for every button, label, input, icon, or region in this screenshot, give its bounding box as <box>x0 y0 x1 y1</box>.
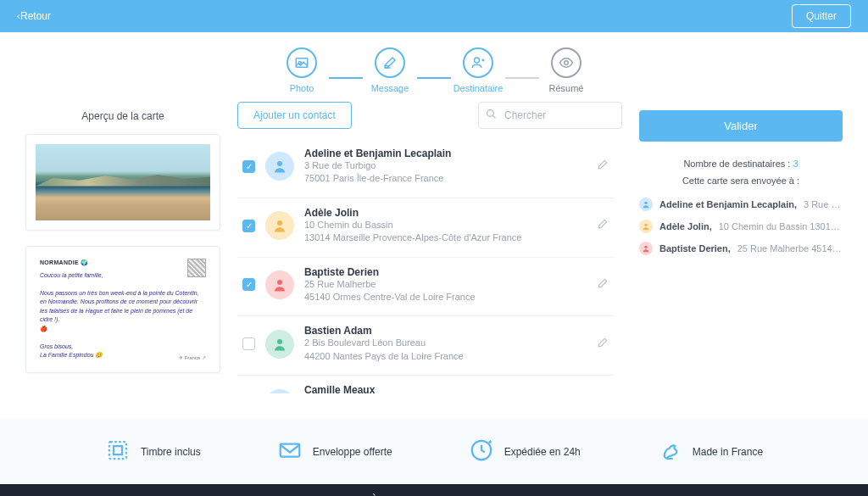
svg-point-3 <box>565 61 569 65</box>
benefits-bar: Timbre inclus Enveloppe offerte Expédiée… <box>0 419 868 484</box>
edit-icon[interactable] <box>597 277 609 293</box>
contact-name: Camille Meaux <box>304 384 587 393</box>
card-back-preview[interactable]: NORMANDIE 🌍 Coucou la petite famille, No… <box>25 246 220 373</box>
contact-avatar <box>265 152 294 181</box>
contacts-panel: Ajouter un contact ✓ Adeline et Benjamin… <box>237 102 622 393</box>
recipient-list: Adeline et Benjamin Lecaplain, 3 Rue de … <box>639 198 843 255</box>
validate-button[interactable]: Valider <box>639 110 843 142</box>
preview-panel: Aperçu de la carte NORMANDIE 🌍 Coucou la… <box>25 102 220 393</box>
svg-point-10 <box>644 202 647 204</box>
quit-button[interactable]: Quitter <box>792 4 851 28</box>
benefit-stamp: Timbre inclus <box>105 437 201 465</box>
contact-row[interactable]: Camille Meaux 80 Avenue du Général de Ga… <box>237 376 614 393</box>
contact-avatar <box>265 330 294 359</box>
contact-row[interactable]: Bastien Adam 2 Bis Boulevard Léon Bureau… <box>237 316 614 376</box>
contact-checkbox[interactable]: ✓ <box>242 160 255 173</box>
search-icon <box>486 108 497 123</box>
svg-point-7 <box>277 280 282 285</box>
recipient-item: Baptiste Derien, 25 Rue Malherbe 45140 O… <box>639 242 843 255</box>
pen-icon <box>375 47 405 78</box>
stepper: Photo Message Destinataire Résumé <box>0 32 868 102</box>
clock-icon <box>469 437 494 465</box>
add-contact-button[interactable]: Ajouter un contact <box>237 102 352 129</box>
contact-list: ✓ Adeline et Benjamin Lecaplain 3 Rue de… <box>237 139 622 393</box>
contact-avatar <box>265 389 294 393</box>
recipient-name: Adeline et Benjamin Lecaplain, <box>659 199 797 209</box>
recipient-addr: 3 Rue de Tu... <box>804 199 843 209</box>
footer: À propos| Blog| FAQ <box>0 484 868 496</box>
photo-icon <box>287 47 317 78</box>
benefit-24h: Expédiée en 24h <box>469 437 581 465</box>
sent-to-label: Cette carte sera envoyée à : <box>639 176 843 186</box>
rooster-icon <box>657 437 682 465</box>
contact-name: Baptiste Derien <box>304 266 587 278</box>
edit-icon[interactable] <box>597 337 609 352</box>
svg-point-5 <box>277 161 282 166</box>
benefit-france: Made in France <box>657 437 763 465</box>
step-photo[interactable]: Photo <box>275 47 329 93</box>
contact-row[interactable]: ✓ Adèle Jolin 10 Chemin du Bassin13014 M… <box>237 198 614 258</box>
contact-address: 3 Rue de Turbigo75001 Paris Île-de-Franc… <box>304 159 587 186</box>
contact-name: Adeline et Benjamin Lecaplain <box>304 148 587 159</box>
contact-name: Adèle Jolin <box>304 207 587 219</box>
recipient-avatar <box>639 198 653 211</box>
edit-icon[interactable] <box>597 159 609 174</box>
stamp-benefit-icon <box>105 437 131 465</box>
search-input[interactable] <box>478 102 622 129</box>
recipient-name: Baptiste Derien, <box>659 243 731 254</box>
back-link[interactable]: ‹Retour <box>17 10 51 22</box>
top-bar: ‹Retour Quitter <box>0 0 868 32</box>
contact-address: 25 Rue Malherbe45140 Ormes Centre-Val de… <box>304 278 587 304</box>
card-message: NORMANDIE 🌍 Coucou la petite famille, No… <box>31 252 214 367</box>
recipient-avatar <box>639 220 653 233</box>
svg-point-11 <box>644 224 647 226</box>
svg-point-4 <box>487 110 494 117</box>
stamp-icon <box>187 259 206 277</box>
recipient-item: Adèle Jolin, 10 Chemin du Bassin 13014 M… <box>639 220 843 233</box>
recipient-addr: 25 Rue Malherbe 45140 Or... <box>737 243 843 254</box>
contact-checkbox[interactable]: ✓ <box>242 278 255 291</box>
eye-icon <box>551 47 581 78</box>
benefit-envelope: Enveloppe offerte <box>277 437 392 465</box>
step-recipient[interactable]: Destinataire <box>451 47 505 93</box>
card-front-preview[interactable] <box>25 134 220 231</box>
contact-avatar <box>265 211 294 240</box>
recipient-addr: 10 Chemin du Bassin 13014 Mar... <box>719 221 843 231</box>
recipient-name: Adèle Jolin, <box>659 221 712 231</box>
svg-rect-13 <box>109 442 126 459</box>
edit-icon[interactable] <box>597 218 609 233</box>
preview-title: Aperçu de la carte <box>25 110 220 122</box>
person-add-icon <box>463 47 493 78</box>
contact-address: 2 Bis Boulevard Léon Bureau44200 Nantes … <box>304 337 587 363</box>
svg-point-2 <box>475 58 480 63</box>
contact-avatar <box>265 270 294 299</box>
card-photo <box>31 140 214 225</box>
contact-checkbox[interactable] <box>242 337 255 350</box>
contact-name: Bastien Adam <box>304 325 587 337</box>
recipient-item: Adeline et Benjamin Lecaplain, 3 Rue de … <box>639 198 843 211</box>
recipient-avatar <box>639 242 653 255</box>
step-summary[interactable]: Résumé <box>539 47 593 93</box>
step-message[interactable]: Message <box>363 47 417 93</box>
summary-panel: Valider Nombre de destinataires : 3 Cett… <box>639 102 843 393</box>
contact-row[interactable]: ✓ Adeline et Benjamin Lecaplain 3 Rue de… <box>237 139 614 198</box>
svg-point-6 <box>277 220 282 226</box>
svg-point-12 <box>644 246 647 248</box>
svg-point-8 <box>277 339 282 344</box>
contact-checkbox[interactable]: ✓ <box>242 220 255 232</box>
contact-address: 10 Chemin du Bassin13014 Marseille Prove… <box>304 219 587 245</box>
recipient-count: Nombre de destinataires : 3 <box>639 159 843 169</box>
contact-row[interactable]: ✓ Baptiste Derien 25 Rue Malherbe45140 O… <box>237 258 614 317</box>
svg-rect-14 <box>281 444 300 457</box>
envelope-icon <box>277 437 303 465</box>
